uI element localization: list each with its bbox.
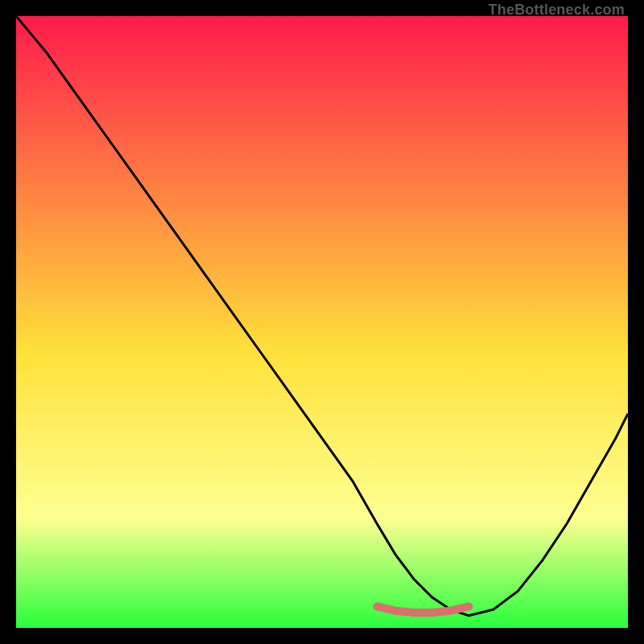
chart-frame: TheBottleneck.com bbox=[16, 16, 628, 628]
chart-canvas bbox=[16, 16, 628, 628]
gradient-background bbox=[16, 16, 628, 628]
